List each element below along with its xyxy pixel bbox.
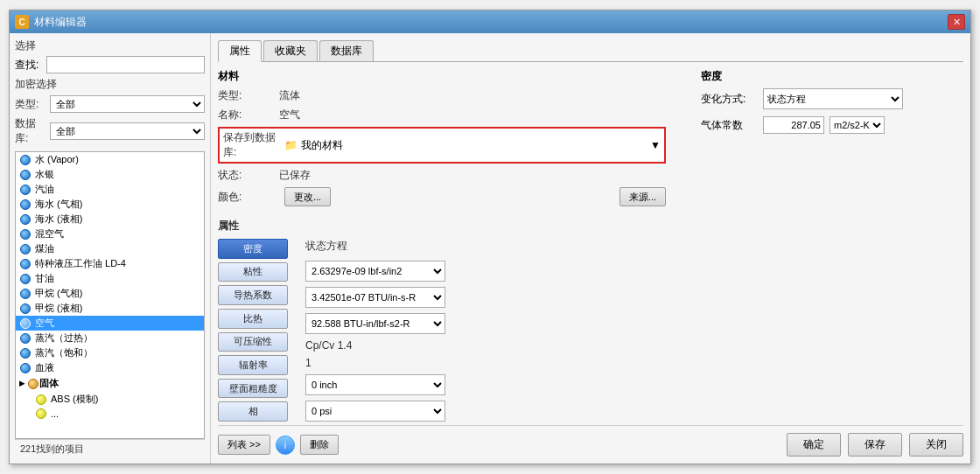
props-section-label: 属性 — [218, 219, 963, 234]
thermal-prop-button[interactable]: 导热系数 — [218, 285, 288, 305]
radiation-row: 1 — [305, 357, 963, 369]
material-list[interactable]: 水 (Vapor) 水银 汽油 海水 (气相) 海水 (液相) — [15, 151, 205, 439]
expand-icon: ▶ — [19, 380, 24, 387]
save-db-label: 保存到数据库: — [223, 130, 284, 160]
gas-const-input[interactable]: 287.05 — [763, 116, 824, 134]
list-item[interactable]: 海水 (液相) — [16, 212, 204, 227]
thermal-select[interactable]: 3.42501e-07 BTU/in-s-R — [305, 287, 445, 308]
list-item[interactable]: 蒸汽（饱和） — [16, 345, 204, 360]
specific-heat-row: 92.588 BTU-in/lbf-s2-R — [305, 313, 963, 334]
db-select[interactable]: 全部 — [50, 122, 205, 140]
type-select[interactable]: 全部 — [50, 95, 205, 113]
roughness-prop-button[interactable]: 壁面粗糙度 — [218, 379, 288, 399]
list-item[interactable]: 水 (Vapor) — [16, 152, 204, 167]
save-db-value: 我的材料 — [301, 138, 343, 153]
info-section: 材料 类型: 流体 名称: 空气 保存到数据库: — [218, 69, 963, 213]
list-item[interactable]: 血液 — [16, 360, 204, 375]
name-info-label: 名称: — [218, 108, 279, 122]
close-button[interactable]: ✕ — [948, 14, 965, 30]
close-window-button[interactable]: 关闭 — [909, 433, 963, 457]
mol-icon — [19, 154, 32, 166]
color-row: 颜色: 更改... 来源... — [218, 187, 666, 206]
density-method-row: 变化方式: 状态方程 — [701, 88, 963, 109]
material-section-title: 材料 — [218, 69, 666, 84]
mol-icon — [19, 258, 32, 270]
search-input[interactable] — [46, 56, 205, 73]
props-right: 状态方程 2.63297e-09 lbf-s/in2 3.42501e-07 B… — [305, 239, 963, 422]
delete-button[interactable]: 删除 — [300, 435, 339, 455]
status-text: 221找到的项目 — [20, 443, 84, 454]
app-icon: C — [15, 15, 29, 29]
mol-icon — [19, 303, 32, 315]
color-source-button[interactable]: 来源... — [620, 187, 666, 206]
save-button[interactable]: 保存 — [848, 433, 902, 457]
density-prop-button[interactable]: 密度 — [218, 239, 288, 259]
list-item[interactable]: 煤油 — [16, 241, 204, 256]
name-row: 名称: 空气 — [218, 108, 666, 122]
mol-icon — [35, 408, 47, 420]
type-label: 类型: — [15, 97, 46, 112]
viscosity-select[interactable]: 2.63297e-09 lbf-s/in2 — [305, 261, 445, 282]
roughness-select[interactable]: 0 inch — [305, 374, 445, 395]
list-item[interactable]: ABS (模制) — [16, 392, 204, 407]
phase-select[interactable]: 0 psi — [305, 401, 445, 422]
tab-database[interactable]: 数据库 — [319, 40, 374, 61]
content-area: 材料 类型: 流体 名称: 空气 保存到数据库: — [218, 69, 963, 457]
list-item[interactable]: 蒸汽（过热） — [16, 331, 204, 345]
list-item[interactable]: 甘油 — [16, 271, 204, 286]
select-label: 选择 — [15, 38, 205, 53]
list-item[interactable]: 甲烷 (液相) — [16, 301, 204, 316]
density-method-select[interactable]: 状态方程 — [763, 88, 903, 109]
list-item[interactable]: 海水 (气相) — [16, 197, 204, 212]
color-label: 颜色: — [218, 190, 279, 205]
save-db-select[interactable]: 📁 我的材料 ▼ — [284, 136, 661, 155]
props-buttons: 密度 粘性 导热系数 比热 可压缩性 辐射率 壁面粗糙度 相 — [218, 239, 288, 422]
encrypt-label: 加密选择 — [15, 77, 57, 92]
mol-icon — [19, 317, 32, 330]
dropdown-arrow-icon: ▼ — [650, 139, 661, 151]
saved-status-row: 状态: 已保存 — [218, 168, 666, 183]
info-button[interactable]: i — [276, 436, 295, 455]
color-change-button[interactable]: 更改... — [284, 187, 331, 206]
list-item-selected[interactable]: 空气 — [16, 316, 204, 331]
radiation-prop-button[interactable]: 辐射率 — [218, 355, 288, 375]
bottom-bar: 列表 >> i 删除 确定 保存 关闭 — [218, 425, 963, 457]
db-filter-row: 数据库: 全部 — [15, 116, 205, 146]
list-button[interactable]: 列表 >> — [218, 435, 270, 455]
list-item[interactable]: 特种液压工作油 LD-4 — [16, 256, 204, 271]
thermal-row: 3.42501e-07 BTU/in-s-R — [305, 287, 963, 308]
tab-properties[interactable]: 属性 — [218, 40, 262, 62]
info-left: 材料 类型: 流体 名称: 空气 保存到数据库: — [218, 69, 666, 213]
cp-cv-row: Cp/Cv 1.4 — [305, 339, 963, 352]
category-item-solid[interactable]: ▶ 固体 — [16, 375, 204, 392]
list-item[interactable]: 水银 — [16, 167, 204, 182]
mol-icon — [19, 169, 32, 181]
window-title: 材料编辑器 — [34, 15, 942, 30]
list-item[interactable]: 汽油 — [16, 182, 204, 197]
title-bar: C 材料编辑器 ✕ — [10, 10, 970, 33]
specific-heat-select[interactable]: 92.588 BTU-in/lbf-s2-R — [305, 313, 445, 334]
specific-heat-prop-button[interactable]: 比热 — [218, 309, 288, 329]
phase-prop-button[interactable]: 相 — [218, 401, 288, 422]
search-label: 查找: — [15, 58, 43, 73]
save-db-row: 保存到数据库: 📁 我的材料 ▼ — [218, 127, 666, 164]
list-item[interactable]: ... — [16, 407, 204, 421]
mol-icon — [19, 199, 32, 211]
tab-favorites[interactable]: 收藏夹 — [263, 40, 318, 61]
tabs-row: 属性 收藏夹 数据库 — [218, 40, 963, 62]
name-info-value: 空气 — [279, 108, 666, 122]
list-item[interactable]: 甲烷 (气相) — [16, 286, 204, 301]
density-section: 密度 变化方式: 状态方程 气体常数 287.05 m2/s2-K — [701, 69, 963, 213]
bottom-right: 确定 保存 关闭 — [787, 433, 963, 457]
ok-button[interactable]: 确定 — [787, 433, 841, 457]
mol-icon — [19, 273, 32, 285]
eq-label: 状态方程 — [305, 239, 963, 254]
list-item[interactable]: 混空气 — [16, 227, 204, 241]
viscosity-prop-button[interactable]: 粘性 — [218, 262, 288, 282]
compressibility-prop-button[interactable]: 可压缩性 — [218, 332, 288, 352]
mol-icon — [27, 378, 39, 390]
density-title: 密度 — [701, 69, 963, 84]
mol-icon — [35, 394, 47, 406]
gas-unit-select[interactable]: m2/s2-K — [830, 116, 885, 134]
left-panel: 选择 查找: 加密选择 类型: 全部 数据库: 全部 — [10, 33, 211, 464]
